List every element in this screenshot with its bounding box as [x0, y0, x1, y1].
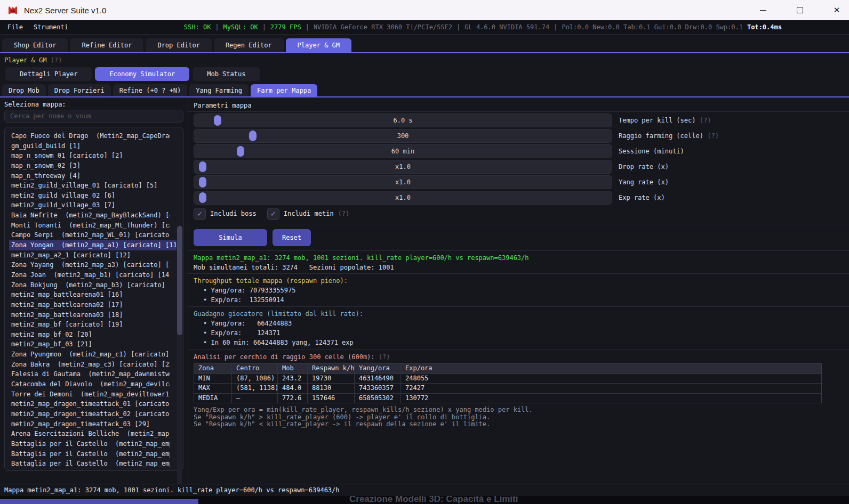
cell-media-1: –: [231, 394, 277, 403]
map-list-item-17[interactable]: metin2_map_battlearena02 [17]: [11, 300, 170, 310]
map-list-item-2[interactable]: map_n_snowm_01 [caricato] [2]: [11, 151, 170, 161]
background-window-title: Creazione Modelli 3D: Capacità e Limiti: [349, 496, 518, 504]
map-list-item-16[interactable]: metin2_map_battlearena01 [16]: [11, 290, 170, 300]
cell-min-3: 19730: [307, 374, 354, 384]
sub-tab-0[interactable]: Dettagli Player: [5, 67, 92, 81]
map-list-item-31[interactable]: Battaglia per il Castello (metin2_map_em…: [11, 439, 170, 449]
map-list-item-14[interactable]: Zona Joan (metin2_map_b1) [caricato] [14…: [11, 270, 170, 280]
help-icon[interactable]: [669, 163, 672, 170]
header-cell-1: Centro: [231, 364, 277, 373]
status-segment: |: [215, 23, 219, 31]
status-segment: |: [262, 23, 266, 31]
slider-value-3: x1.0: [194, 160, 612, 173]
analysis-row-media: MEDIA–772.6157646658505302130772: [194, 393, 821, 403]
map-list-item-30[interactable]: Arena Esercitazioni Belliche (metin2_map…: [11, 429, 170, 439]
map-list-item-22[interactable]: Zona Pyungmoo (metin2_map_c1) [caricato]…: [11, 349, 170, 360]
map-list-item-23[interactable]: Zona Bakra (metin2_map_c3) [caricato] [2…: [11, 360, 170, 370]
map-list-item-6[interactable]: metin2_guild_village_02 [6]: [11, 191, 170, 201]
help-icon[interactable]: (?): [338, 210, 350, 217]
slider-track-0[interactable]: 6.0 s: [194, 113, 612, 127]
checkbox-item-1[interactable]: ✓ Includi metin (?): [267, 208, 350, 220]
map-list-item-12[interactable]: metin2_map_a2_1 [caricato] [12]: [11, 250, 170, 261]
menu-strumenti[interactable]: Strumenti: [34, 23, 68, 31]
map-list-scrollbar-thumb[interactable]: [177, 226, 182, 335]
map-list-item-1[interactable]: gm_guild_build [1]: [11, 141, 170, 151]
main-tab-3[interactable]: Regen Editor: [214, 38, 284, 52]
slider-row-1: 300 Raggio farming (celle) (?): [194, 129, 849, 143]
map-list-item-24[interactable]: Falesia di Gautama (metin2_map_dawnmistw…: [11, 369, 170, 379]
map-list-item-0[interactable]: Capo Fuoco del Drago (Metin2_map_CapeDra…: [11, 131, 170, 141]
status-segment: Pol:0.0 New:0.0 Tab:0.1 Gui:0.0 Drw:0.0 …: [562, 23, 743, 31]
help-icon[interactable]: [684, 148, 688, 155]
main-tab-0[interactable]: Shop Editor: [2, 38, 68, 52]
map-list-item-15[interactable]: Zona Bokjung (metin2_map_b3) [caricato] …: [11, 280, 170, 290]
help-icon[interactable]: [669, 178, 672, 186]
sub-tab-2[interactable]: Mob Status: [193, 67, 260, 81]
main-tab-4[interactable]: Player & GM: [286, 38, 351, 52]
map-list-item-27[interactable]: metin2_map_dragon_timeattack_01 [caricat…: [11, 399, 170, 409]
economy-tab-bar: Drop MobDrop ForzieriRefine (+0 ? +N)Yan…: [0, 83, 849, 97]
checkbox-item-0[interactable]: ✓ Includi boss: [194, 208, 261, 220]
titlebar: Nex2 Server Suite v1.0 ✕: [0, 0, 849, 20]
map-list-item-11[interactable]: Zona Yongan (metin2_map_a1) [caricato] […: [9, 240, 177, 250]
cell-max-1: (581, 1138): [231, 384, 277, 393]
slider-track-4[interactable]: x1.0: [194, 175, 612, 189]
map-search-input[interactable]: [5, 110, 183, 122]
minimize-button[interactable]: [751, 0, 775, 20]
cell-max-0: MAX: [194, 384, 231, 393]
maximize-button[interactable]: [788, 0, 812, 20]
reset-button[interactable]: Reset: [273, 229, 311, 246]
help-icon[interactable]: [375, 353, 379, 361]
map-list-item-19[interactable]: metin2_map_bf [caricato] [19]: [11, 320, 170, 330]
maximize-icon: [797, 7, 803, 13]
map-list-item-20[interactable]: metin2_map_bf_02 [20]: [11, 330, 170, 340]
economy-tab-0[interactable]: Drop Mob: [2, 84, 46, 96]
sub-tab-bar: Dettagli PlayerEconomy SimulatorMob Stat…: [0, 67, 849, 81]
sub-tab-1[interactable]: Economy Simulator: [95, 67, 189, 81]
checkbox-0[interactable]: ✓: [194, 208, 206, 220]
slider-track-2[interactable]: 60 min: [194, 144, 612, 158]
help-icon[interactable]: [696, 117, 700, 124]
map-list-item-3[interactable]: map_n_snowm_02 [3]: [11, 161, 170, 171]
help-icon[interactable]: [665, 194, 669, 201]
map-list-item-29[interactable]: metin2_map_dragon_timeattack_03 [29]: [11, 419, 170, 429]
map-list-item-28[interactable]: metin2_map_dragon_timeattack_02 [caricat…: [11, 409, 170, 419]
menu-file[interactable]: File: [7, 23, 23, 31]
map-list-item-7[interactable]: metin2_guild_village_03 [7]: [11, 200, 170, 210]
checkbox-1[interactable]: ✓: [267, 208, 279, 220]
map-list-item-9[interactable]: Monti Tonanti (metin2_map_Mt_Thunder) [c…: [11, 221, 170, 231]
map-list-item-8[interactable]: Baia Nefrite (metin2_map_BayBlackSand) […: [11, 210, 170, 221]
main-tab-2[interactable]: Drop Editor: [146, 38, 211, 52]
slider-track-3[interactable]: x1.0: [194, 160, 612, 174]
economy-tab-2[interactable]: Refine (+0 ? +N): [113, 84, 188, 96]
menubar: File Strumenti SSH: OK|MySQL: OK|2779 FP…: [0, 20, 849, 35]
map-list-item-18[interactable]: metin2_map_battlearena03 [18]: [11, 310, 170, 320]
map-list-item-32[interactable]: Battaglia per il Castello (metin2_map_em…: [11, 449, 170, 459]
close-button[interactable]: ✕: [824, 0, 849, 20]
app-logo-icon: [7, 4, 19, 16]
map-list-item-4[interactable]: map_n_threeway [4]: [11, 171, 170, 181]
status-segment: Tot:0.4ms: [747, 23, 782, 31]
map-list-item-25[interactable]: Catacomba del Diavolo (metin2_map_devilc…: [11, 379, 170, 389]
map-list-item-21[interactable]: metin2_map_bf_03 [21]: [11, 339, 170, 349]
status-segment: |: [306, 23, 309, 31]
map-list-item-26[interactable]: Torre dei Demoni (metin2_map_deviltower1…: [11, 389, 170, 400]
slider-value-2: 60 min: [194, 145, 612, 158]
window-title: Nex2 Server Suite v1.0: [24, 6, 106, 15]
slider-track-1[interactable]: 300: [194, 129, 612, 143]
map-list-scrollbar[interactable]: [177, 225, 182, 504]
main-tab-1[interactable]: Refine Editor: [70, 38, 143, 52]
map-list-item-10[interactable]: Campo Serpi (metin2_map_WL_01) [caricato…: [11, 230, 170, 240]
throughput-list: Yang/ora: 707933355975Exp/ora: 132550914: [194, 286, 849, 305]
simulate-button[interactable]: Simula: [194, 229, 267, 246]
economy-tab-3[interactable]: Yang Farming: [189, 84, 249, 96]
economy-tab-1[interactable]: Drop Forzieri: [48, 84, 111, 96]
map-list-item-5[interactable]: metin2_guild_village_01 [caricato] [5]: [11, 181, 170, 191]
map-list-item-33[interactable]: Battaglia per il Castello (metin2_map_em…: [11, 459, 170, 469]
minimize-icon: [760, 10, 766, 11]
slider-label-4: Yang rate (x): [619, 178, 672, 186]
slider-track-5[interactable]: x1.0: [194, 191, 612, 205]
economy-tab-4[interactable]: Farm per Mappa: [251, 84, 317, 96]
page-help-icon[interactable]: (?): [51, 56, 62, 64]
map-list-item-13[interactable]: Zona Yayang (metin2_map_a3) [caricato] […: [11, 260, 170, 270]
